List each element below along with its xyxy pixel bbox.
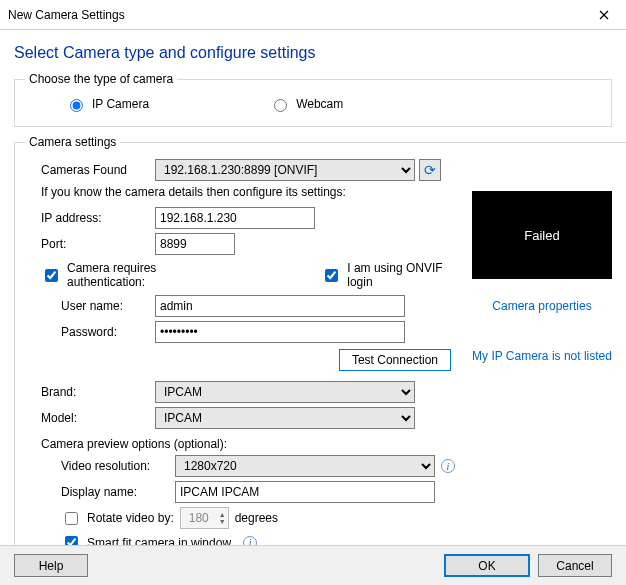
port-label: Port: <box>25 237 155 251</box>
onvif-login-checkbox[interactable] <box>325 269 338 282</box>
display-name-input[interactable] <box>175 481 435 503</box>
ip-address-label: IP address: <box>25 211 155 225</box>
test-connection-button[interactable]: Test Connection <box>339 349 451 371</box>
refresh-icon: ⟳ <box>424 162 436 178</box>
radio-webcam[interactable]: Webcam <box>269 96 343 112</box>
help-button[interactable]: Help <box>14 554 88 577</box>
radio-ip-camera-input[interactable] <box>70 99 83 112</box>
not-listed-link[interactable]: My IP Camera is not listed <box>472 349 612 363</box>
radio-webcam-label: Webcam <box>296 97 343 111</box>
radio-ip-camera[interactable]: IP Camera <box>65 96 149 112</box>
refresh-button[interactable]: ⟳ <box>419 159 441 181</box>
rotate-degrees-input <box>181 508 217 528</box>
camera-settings-legend: Camera settings <box>25 135 120 149</box>
window-title: New Camera Settings <box>8 8 581 22</box>
camera-type-legend: Choose the type of camera <box>25 72 177 86</box>
port-input[interactable] <box>155 233 235 255</box>
preview-options-heading: Camera preview options (optional): <box>41 437 455 451</box>
close-icon <box>599 10 609 20</box>
password-label: Password: <box>25 325 155 339</box>
spinner-arrows-icon[interactable]: ▲▼ <box>217 511 228 525</box>
rotate-degrees-spinner[interactable]: ▲▼ <box>180 507 229 529</box>
model-select[interactable]: IPCAM <box>155 407 415 429</box>
close-button[interactable] <box>581 0 626 30</box>
model-label: Model: <box>25 411 155 425</box>
display-name-label: Display name: <box>25 485 175 499</box>
cameras-found-select[interactable]: 192.168.1.230:8899 [ONVIF] <box>155 159 415 181</box>
camera-properties-link[interactable]: Camera properties <box>492 299 591 313</box>
brand-label: Brand: <box>25 385 155 399</box>
radio-webcam-input[interactable] <box>274 99 287 112</box>
camera-preview: Failed <box>472 191 612 279</box>
resolution-label: Video resolution: <box>25 459 175 473</box>
requires-auth-checkbox[interactable] <box>45 269 58 282</box>
resolution-select[interactable]: 1280x720 <box>175 455 435 477</box>
ip-address-input[interactable] <box>155 207 315 229</box>
info-icon[interactable]: i <box>441 459 455 473</box>
password-input[interactable] <box>155 321 405 343</box>
ok-button[interactable]: OK <box>444 554 530 577</box>
onvif-login-label: I am using ONVIF login <box>347 261 455 289</box>
requires-auth-label: Camera requires authentication: <box>67 261 219 289</box>
rotate-video-label: Rotate video by: <box>87 511 174 525</box>
brand-select[interactable]: IPCAM <box>155 381 415 403</box>
camera-type-group: Choose the type of camera IP Camera Webc… <box>14 72 612 127</box>
rotate-unit-label: degrees <box>235 511 278 525</box>
preview-status-text: Failed <box>524 228 559 243</box>
username-input[interactable] <box>155 295 405 317</box>
config-hint: If you know the camera details then conf… <box>41 185 455 199</box>
cancel-button[interactable]: Cancel <box>538 554 612 577</box>
rotate-video-checkbox[interactable] <box>65 512 78 525</box>
page-headline: Select Camera type and configure setting… <box>14 44 612 62</box>
camera-settings-group: Camera settings Cameras Found 192.168.1.… <box>14 135 626 567</box>
cameras-found-label: Cameras Found <box>25 163 155 177</box>
radio-ip-camera-label: IP Camera <box>92 97 149 111</box>
username-label: User name: <box>25 299 155 313</box>
